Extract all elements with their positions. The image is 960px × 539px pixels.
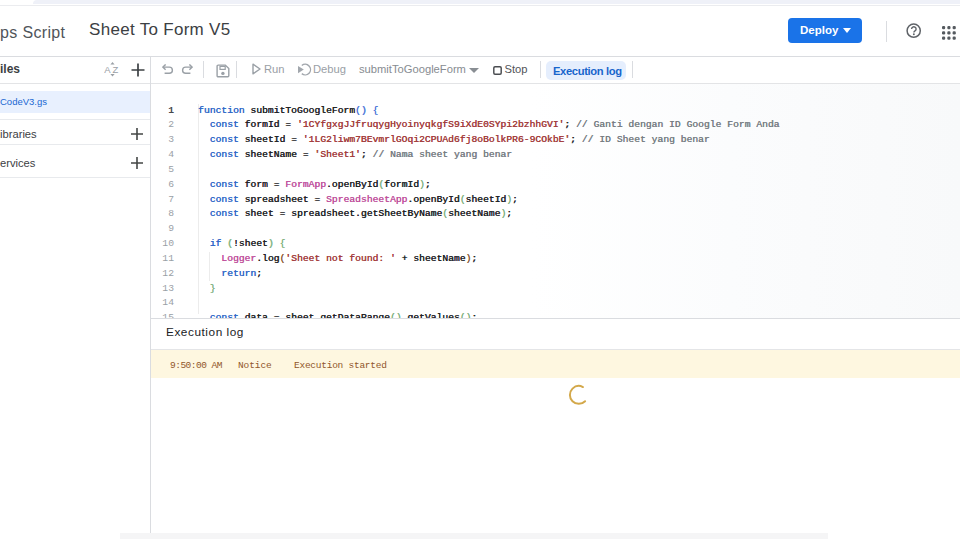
svg-text:Z: Z (113, 64, 119, 75)
svg-text:A: A (104, 64, 111, 75)
